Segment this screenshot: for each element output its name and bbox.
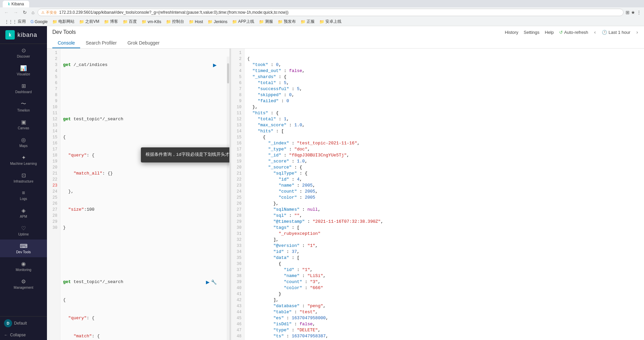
sidebar: k kibana ⊙ Discover 📊 Visualize ⊞ Dashbo… bbox=[0, 26, 47, 340]
sidebar-item-apm[interactable]: ◈ APM bbox=[0, 204, 47, 222]
sidebar-item-dev-tools[interactable]: ⌨ Dev Tools bbox=[0, 240, 47, 257]
line-number: 8 bbox=[47, 92, 60, 98]
line-number: 7 bbox=[231, 86, 244, 92]
sidebar-item-infrastructure[interactable]: ⊡ Infrastructure bbox=[0, 169, 47, 187]
line-number: 39 bbox=[231, 279, 244, 285]
line-number: 12 bbox=[47, 116, 60, 122]
dev-tools-header: Dev Tools History Settings Help ↺ Auto-r… bbox=[47, 26, 644, 49]
collapse-button[interactable]: ← Collapse bbox=[0, 330, 47, 340]
bookmark-movies[interactable]: 📁 电影网站 bbox=[50, 18, 76, 25]
browser-tab-kibana[interactable]: k Kibana bbox=[3, 1, 29, 7]
sidebar-item-timelion[interactable]: 〜 Timelion bbox=[0, 97, 47, 116]
bookmark-k8s[interactable]: 📁 vm-K8s bbox=[140, 19, 163, 25]
forward-button[interactable]: → bbox=[12, 9, 19, 16]
line-number: 5 bbox=[231, 74, 244, 80]
back-button[interactable]: ← bbox=[3, 9, 10, 16]
tab-search-profiler[interactable]: Search Profiler bbox=[80, 38, 122, 48]
sidebar-item-dashboard[interactable]: ⊞ Dashboard bbox=[0, 79, 47, 97]
bookmark-label: 博客 bbox=[110, 19, 118, 24]
folder-icon: 📁 bbox=[104, 19, 109, 24]
user-menu[interactable]: D Default bbox=[0, 317, 47, 330]
time-range-picker[interactable]: 🕐 Last 1 hour bbox=[602, 30, 630, 35]
apm-icon: ◈ bbox=[21, 207, 25, 214]
bookmark-app-online[interactable]: 📁 APP上线 bbox=[230, 18, 256, 25]
sidebar-item-discover[interactable]: ⊙ Discover bbox=[0, 44, 47, 62]
sidebar-item-maps[interactable]: ◎ Maps bbox=[0, 133, 47, 151]
tooltip: 根据条件查询，id字段必须是下划线开头才能匹配；只不过输出到kafka无法自定义… bbox=[141, 147, 229, 162]
bookmark-pre[interactable]: 📁 预发布 bbox=[276, 18, 298, 25]
line-13-actions: ▶ 🔧 bbox=[206, 279, 217, 285]
kibana-logo[interactable]: k kibana bbox=[0, 26, 47, 44]
sidebar-item-uptime[interactable]: ♡ Uptime bbox=[0, 222, 47, 240]
code-line-4: get test_topic*/_search bbox=[63, 116, 227, 122]
vertical-scrollbar-left[interactable] bbox=[227, 57, 229, 340]
sidebar-item-visualize[interactable]: 📊 Visualize bbox=[0, 62, 47, 79]
sidebar-item-canvas[interactable]: ▣ Canvas bbox=[0, 116, 47, 133]
extensions-button[interactable]: ⊞ bbox=[626, 10, 630, 15]
sidebar-item-machine-learning[interactable]: ✦ Machine Learning bbox=[0, 151, 47, 169]
bookmark-google[interactable]: G Google bbox=[29, 19, 50, 25]
wrench-button-13[interactable]: 🔧 bbox=[211, 279, 217, 285]
folder-icon: 📁 bbox=[232, 19, 237, 24]
prev-arrow[interactable]: ‹ bbox=[594, 29, 597, 36]
tab-grok-debugger[interactable]: Grok Debugger bbox=[122, 38, 165, 48]
bookmark-baidu[interactable]: 📁 百度 bbox=[121, 18, 139, 25]
main-content: Dev Tools History Settings Help ↺ Auto-r… bbox=[47, 26, 644, 340]
bookmark-blog[interactable]: 📁 博客 bbox=[102, 18, 120, 25]
bookmark-button[interactable]: ★ bbox=[631, 10, 635, 15]
bookmark-label: Google bbox=[35, 19, 48, 24]
tab-console[interactable]: Console bbox=[52, 38, 80, 48]
line-number: 46 bbox=[231, 321, 244, 327]
bookmark-test[interactable]: 📁 测服 bbox=[257, 18, 275, 25]
bookmark-android[interactable]: 📁 安卓上线 bbox=[317, 18, 343, 25]
bookmark-host[interactable]: 📁 Host bbox=[187, 19, 205, 25]
sidebar-item-monitoring[interactable]: ◉ Monitoring bbox=[0, 257, 47, 275]
path-text: test_topic*/_search bbox=[73, 116, 123, 122]
bookmark-apps[interactable]: ⋮⋮⋮ 应用 bbox=[3, 18, 28, 25]
bookmark-label: 控制台 bbox=[172, 19, 184, 24]
line-number: 17 bbox=[47, 146, 60, 152]
line-number: 1 bbox=[47, 50, 60, 56]
run-button[interactable]: ▶ bbox=[213, 62, 217, 68]
sidebar-item-management[interactable]: ⚙ Management bbox=[0, 275, 47, 293]
help-button[interactable]: Help bbox=[545, 30, 554, 35]
reload-button[interactable]: ↻ bbox=[21, 9, 28, 16]
line-number: 38 bbox=[231, 273, 244, 279]
scrollbar-thumb[interactable] bbox=[227, 63, 229, 83]
browser-action-buttons: ⊞ ★ ⋮ bbox=[626, 10, 641, 15]
line-number: 1 bbox=[231, 50, 244, 56]
clock-icon: 🕐 bbox=[602, 30, 607, 35]
line-number: 25 bbox=[231, 195, 244, 201]
line-number: 29 bbox=[47, 219, 60, 225]
settings-button[interactable]: Settings bbox=[524, 30, 539, 35]
bookmark-prod[interactable]: 📁 正服 bbox=[299, 18, 317, 25]
sidebar-item-logs[interactable]: ≡ Logs bbox=[0, 187, 47, 204]
more-button[interactable]: ⋮ bbox=[637, 10, 641, 15]
home-button[interactable]: ⌂ bbox=[30, 9, 36, 16]
bookmark-vm[interactable]: 📁 之前VM bbox=[77, 18, 101, 25]
code-input-area[interactable]: get /_cat/indices ▶ get test_topic*/_sea… bbox=[60, 49, 229, 340]
line-number: 24 bbox=[47, 189, 60, 195]
run-button-13[interactable]: ▶ bbox=[206, 279, 210, 285]
auto-refresh-icon: ↺ bbox=[559, 30, 563, 35]
next-arrow[interactable]: › bbox=[636, 29, 639, 36]
history-button[interactable]: History bbox=[505, 30, 518, 35]
folder-icon: 📁 bbox=[301, 19, 306, 24]
url-bar[interactable]: ⚠ 不安全 172.23.0.239:5601/app/kibana#/dev_… bbox=[38, 9, 624, 16]
line-number: 11 bbox=[231, 110, 244, 116]
line-actions: ▶ bbox=[213, 62, 217, 68]
bookmark-label: 应用 bbox=[18, 19, 26, 24]
line-number: 26 bbox=[47, 201, 60, 207]
line-number: 2 bbox=[231, 56, 244, 62]
bookmark-jenkins[interactable]: 📁 Jenkins bbox=[206, 19, 229, 25]
line-number: 8 bbox=[231, 92, 244, 98]
auto-refresh-toggle[interactable]: ↺ Auto-refresh bbox=[559, 30, 588, 35]
line-number: 25 bbox=[47, 195, 60, 201]
line-number: 10 bbox=[231, 104, 244, 110]
line-number: 14 bbox=[231, 128, 244, 134]
browser-chrome: k Kibana ← → ↻ ⌂ ⚠ 不安全 172.23.0.239:5601… bbox=[0, 0, 644, 17]
line-number: 26 bbox=[231, 201, 244, 207]
sidebar-item-label: Uptime bbox=[18, 232, 29, 236]
bookmark-console[interactable]: 📁 控制台 bbox=[164, 18, 186, 25]
sidebar-item-label: Maps bbox=[19, 144, 28, 148]
